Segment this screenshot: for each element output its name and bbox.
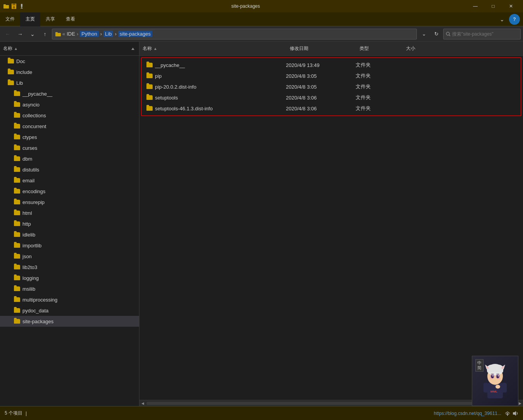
- file-date-pip-dist: 2020/4/8 3:05: [286, 84, 356, 90]
- up-button[interactable]: ↑: [40, 29, 50, 39]
- scroll-left-button[interactable]: ◀: [139, 400, 146, 406]
- sidebar-item-multiprocessing[interactable]: multiprocessing: [0, 294, 139, 305]
- col-date-label[interactable]: 修改日期: [290, 45, 360, 52]
- sidebar-item-html[interactable]: html: [0, 207, 139, 218]
- anime-badge: 中 简: [475, 359, 483, 372]
- sidebar-item-asyncio[interactable]: asyncio: [0, 99, 139, 110]
- sidebar-label-collections: collections: [22, 113, 46, 118]
- sidebar-label-pydoc-data: pydoc_data: [22, 308, 48, 314]
- svg-rect-3: [12, 3, 15, 5]
- address-folder-icon: [55, 32, 61, 36]
- sidebar-item-doc[interactable]: Doc: [0, 56, 139, 67]
- sidebar-item-curses[interactable]: curses: [0, 142, 139, 153]
- ribbon-collapse-button[interactable]: ⌄: [497, 14, 508, 25]
- folder-icon: [14, 200, 20, 204]
- sidebar-item-encodings[interactable]: encodings: [0, 186, 139, 197]
- anime-character: MML: [480, 362, 511, 400]
- col-size-label[interactable]: 大小: [406, 45, 520, 52]
- tab-share[interactable]: 共享: [40, 12, 60, 26]
- file-row-setuptools-dist[interactable]: setuptools-46.1.3.dist-info 2020/4/8 3:0…: [143, 103, 519, 114]
- svg-point-28: [490, 378, 493, 379]
- forward-button[interactable]: →: [15, 29, 26, 39]
- folder-icon: [146, 74, 153, 78]
- sidebar-item-include[interactable]: include: [0, 67, 139, 77]
- sidebar-item-ctypes[interactable]: ctypes: [0, 132, 139, 142]
- minimize-button[interactable]: —: [466, 0, 484, 12]
- sidebar-item-importlib[interactable]: importlib: [0, 240, 139, 251]
- svg-point-27: [498, 375, 499, 377]
- scroll-track[interactable]: [146, 402, 516, 405]
- sidebar-item-lib[interactable]: Lib: [0, 77, 139, 88]
- tab-home[interactable]: 主页: [20, 12, 40, 26]
- sidebar-item-lib2to3[interactable]: lib2to3: [0, 262, 139, 273]
- title-bar: site-packages — □ ✕: [0, 0, 523, 12]
- file-type-pip: 文件夹: [356, 72, 402, 79]
- svg-marker-11: [131, 48, 134, 50]
- folder-icon: [146, 95, 153, 100]
- sidebar-item-distutils[interactable]: distutils: [0, 164, 139, 175]
- sidebar-item-json[interactable]: json: [0, 251, 139, 262]
- close-button[interactable]: ✕: [502, 0, 520, 12]
- sidebar-item-collections[interactable]: collections: [0, 110, 139, 121]
- sidebar-label-encodings: encodings: [22, 189, 45, 194]
- back-button[interactable]: ←: [2, 29, 13, 39]
- sidebar-label-lib: Lib: [16, 80, 23, 86]
- recent-locations-button[interactable]: ⌄: [27, 29, 38, 39]
- sidebar-item-pydoc_data[interactable]: pydoc_data: [0, 305, 139, 316]
- search-bar[interactable]: [443, 29, 521, 39]
- sidebar-item-site-packages[interactable]: site-packages: [0, 316, 139, 327]
- col-type-label[interactable]: 类型: [360, 45, 406, 52]
- sidebar-label-doc: Doc: [16, 58, 25, 64]
- folder-icon: [14, 319, 20, 324]
- sidebar-label-logging: logging: [22, 275, 39, 281]
- folder-icon: [14, 113, 20, 118]
- sidebar-item-logging[interactable]: logging: [0, 273, 139, 283]
- file-type-pycache: 文件夹: [356, 62, 402, 69]
- file-row-pycache[interactable]: __pycache__ 2020/4/9 13:49 文件夹: [143, 60, 519, 70]
- folder-icon: [14, 254, 20, 259]
- sidebar-item-email[interactable]: email: [0, 175, 139, 186]
- file-name-pip: pip: [155, 73, 162, 79]
- svg-point-15: [495, 385, 500, 389]
- sort-arrow-up: ▲: [14, 46, 18, 51]
- folder-icon: [146, 106, 153, 111]
- folder-icon: [14, 232, 20, 237]
- sidebar-collapse-icon[interactable]: [131, 47, 135, 51]
- svg-point-29: [497, 378, 501, 379]
- sidebar-item-ensurepip[interactable]: ensurepip: [0, 197, 139, 207]
- maximize-button[interactable]: □: [484, 0, 502, 12]
- path-dropdown-button[interactable]: ⌄: [418, 29, 429, 39]
- sidebar-item-msilib[interactable]: msilib: [0, 283, 139, 294]
- file-name-pip-dist: pip-20.0.2.dist-info: [155, 84, 196, 90]
- svg-rect-7: [55, 33, 61, 36]
- sidebar-item-dbm[interactable]: dbm: [0, 153, 139, 164]
- search-input[interactable]: [452, 31, 518, 37]
- svg-line-10: [449, 35, 450, 36]
- address-bar[interactable]: « IDE › Python › Lib › site-packages: [52, 29, 417, 39]
- sidebar-label-ensurepip: ensurepip: [22, 199, 45, 205]
- file-row-pip[interactable]: pip 2020/4/8 3:05 文件夹: [143, 70, 519, 81]
- file-row-pip-dist[interactable]: pip-20.0.2.dist-info 2020/4/8 3:05 文件夹: [143, 81, 519, 92]
- help-button[interactable]: ?: [509, 14, 520, 25]
- file-date-setuptools: 2020/4/8 3:06: [286, 95, 356, 101]
- folder-icon: [14, 167, 20, 172]
- folder-icon: [14, 146, 20, 150]
- svg-rect-4: [13, 6, 15, 9]
- main-area: 名称 ▲ Doc include Lib __pycache__: [0, 42, 523, 406]
- sidebar-item-http[interactable]: http: [0, 218, 139, 229]
- col-name-label[interactable]: 名称: [143, 45, 152, 52]
- status-separator: |: [26, 411, 27, 416]
- file-row-setuptools[interactable]: setuptools 2020/4/8 3:06 文件夹: [143, 92, 519, 103]
- file-date-pip: 2020/4/8 3:05: [286, 73, 356, 79]
- tab-file[interactable]: 文件: [0, 12, 20, 26]
- sidebar-item-pycache[interactable]: __pycache__: [0, 88, 139, 99]
- svg-rect-5: [21, 4, 22, 7]
- path-python: Python: [80, 31, 98, 37]
- refresh-button[interactable]: ↻: [431, 29, 442, 39]
- tab-view[interactable]: 查看: [60, 12, 81, 26]
- sidebar-item-idlelib[interactable]: idlelib: [0, 229, 139, 240]
- sidebar-item-concurrent[interactable]: concurrent: [0, 121, 139, 132]
- horizontal-scrollbar[interactable]: ◀ ▶: [139, 400, 523, 406]
- sidebar-label-pycache: __pycache__: [22, 91, 52, 97]
- title-bar-controls: — □ ✕: [466, 0, 520, 12]
